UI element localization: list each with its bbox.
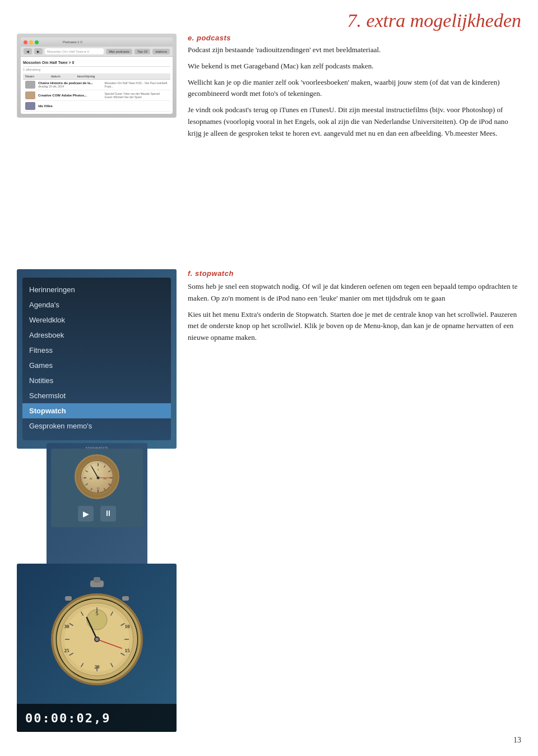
- mac-list-header: Naam datum beschrijving: [23, 73, 170, 80]
- stopwatch-time: 00:00:02,9: [25, 711, 110, 725]
- svg-text:20: 20: [90, 477, 93, 480]
- pause-button[interactable]: ⏸: [100, 506, 116, 522]
- ipod-menu-item-games: Games: [22, 358, 171, 373]
- section-label-name: podcasts: [197, 34, 231, 42]
- stopwatch-label-prefix: f.: [188, 269, 193, 278]
- stopwatch-text-content: f. stopwatch Soms heb je snel een stopwa…: [188, 269, 521, 348]
- podcast-paragraph3: Wellicht kan je op die manier zelf ook '…: [188, 77, 521, 100]
- svg-point-15: [97, 477, 100, 480]
- ipod-menu-item-herinneringen: Herinneringen: [22, 282, 171, 297]
- ipod-menu-item-schermslot: Schermslot: [22, 388, 171, 403]
- clock-inner: 5 10 15 20: [80, 460, 114, 494]
- mac-window-title: Podcasts 1 C: [63, 40, 83, 44]
- ipod-player-image: stopwatch: [47, 443, 147, 566]
- svg-line-9: [85, 484, 87, 486]
- mac-menu-btn1[interactable]: Mijn podcasts: [106, 49, 132, 54]
- section-stopwatch: Herinneringen Agenda's Wereldklok Adresb…: [17, 269, 521, 732]
- mac-minimize-dot: [29, 40, 33, 44]
- player-controls: ▶ ⏸: [78, 506, 116, 522]
- mac-toolbar: ◀ ▶ Mosselen Om Half Twee ▸ 0 Mijn podca…: [21, 47, 173, 57]
- col-header-detail: beschrijving: [77, 75, 95, 78]
- podcast-item-info-2: Creative COW Adobe Photos...: [38, 94, 102, 97]
- svg-line-5: [108, 484, 110, 486]
- mac-list-item: Chaine Histoire du podcast de la... dins…: [23, 80, 170, 90]
- ipod-menu-item-adresboek: Adresboek: [22, 328, 171, 343]
- ipod-menu-item-stopwatch: Stopwatch: [22, 403, 171, 418]
- ipod-menu-item-fitness: Fitness: [22, 343, 171, 358]
- svg-text:10: 10: [124, 624, 130, 629]
- svg-point-51: [95, 638, 99, 641]
- podcast-thumb-2: [25, 91, 35, 99]
- svg-line-6: [104, 488, 106, 490]
- stopwatch-images: Herinneringen Agenda's Wereldklok Adresb…: [17, 269, 177, 732]
- svg-text:15: 15: [97, 487, 100, 490]
- page-number: 13: [513, 736, 521, 745]
- mac-menu-btn2[interactable]: Top-10: [134, 49, 150, 54]
- ipod-menu-item-agendas: Agenda's: [22, 297, 171, 312]
- svg-line-8: [91, 488, 92, 490]
- podcast-screenshot: Podcasts 1 C ◀ ▶ Mosselen Om Half Twee ▸…: [17, 34, 177, 118]
- svg-rect-21: [94, 577, 100, 583]
- podcast-paragraph1: Podcast zijn bestaande 'radiouitzendinge…: [188, 44, 521, 56]
- stopwatch-svg: 5 10 15 20 25 30: [41, 575, 153, 687]
- mac-titlebar: Podcasts 1 C: [21, 38, 173, 47]
- mac-address-bar: Mosselen Om Half Twee ▸ 0: [45, 48, 104, 54]
- podcast-item-title-3: Ida Villes: [38, 104, 168, 108]
- ipod-screen: Herinneringen Agenda's Wereldklok Adresb…: [22, 278, 171, 440]
- svg-line-3: [108, 471, 110, 472]
- podcast-item-desc-1: Mosselen Om Half Twee #131 - Van Paul ov…: [105, 81, 169, 88]
- play-button[interactable]: ▶: [78, 506, 94, 522]
- mac-content: Mosselen Om Half Twee > 0 1 aflevering N…: [21, 57, 173, 114]
- ipod-menu-image: Herinneringen Agenda's Wereldklok Adresb…: [17, 269, 177, 449]
- section-label-prefix: e.: [188, 34, 194, 42]
- mac-maximize-dot: [35, 40, 39, 44]
- mac-close-dot: [24, 40, 27, 44]
- ipod-player-screen: 5 10 15 20 ▶ ⏸: [51, 449, 143, 527]
- stopwatch-svg-container: 5 10 15 20 25 30: [17, 564, 177, 698]
- col-header-name: Naam: [25, 75, 34, 78]
- podcast-item-desc-2: Special Guest: Yoke van der Maaste Speci…: [105, 92, 169, 99]
- stopwatch-paragraph1: Soms heb je snel een stopwatch nodig. Of…: [188, 281, 521, 305]
- svg-text:25: 25: [64, 648, 69, 653]
- podcast-item-title-2: Creative COW Adobe Photos...: [38, 94, 102, 97]
- svg-text:15: 15: [124, 648, 130, 653]
- svg-text:5: 5: [98, 468, 99, 471]
- stopwatch-section-label: f. stopwatch: [188, 269, 521, 278]
- mac-menu-btn3[interactable]: stations: [152, 49, 170, 54]
- mac-window: Podcasts 1 C ◀ ▶ Mosselen Om Half Twee ▸…: [21, 38, 173, 114]
- podcast-paragraph4: Je vindt ook podcast's terug op iTunes e…: [188, 104, 521, 139]
- ipod-menu-item-wereldklok: Wereldklok: [22, 312, 171, 328]
- section-podcasts: Podcasts 1 C ◀ ▶ Mosselen Om Half Twee ▸…: [17, 34, 521, 144]
- clock-ticks: 5 10 15 20: [81, 461, 115, 495]
- stopwatch-label-name: stopwatch: [195, 269, 234, 278]
- podcast-item-date-1: dinsdag 15 okt, 2014: [38, 85, 102, 88]
- mac-back-btn[interactable]: ◀: [24, 48, 32, 54]
- svg-rect-23: [65, 596, 72, 601]
- podcast-thumb-3: [25, 102, 35, 110]
- ipod-menu-item-gesproken: Gesproken memo's: [22, 418, 171, 434]
- svg-line-11: [85, 471, 87, 472]
- svg-text:5: 5: [95, 611, 98, 616]
- stopwatch-layout: Herinneringen Agenda's Wereldklok Adresb…: [17, 269, 521, 732]
- svg-text:20: 20: [94, 664, 100, 670]
- stopwatch-physical-image: 5 10 15 20 25 30 00:00:02,: [17, 564, 177, 732]
- mac-list-item-2: Creative COW Adobe Photos... Special Gue…: [23, 90, 170, 101]
- podcast-text: e. podcasts Podcast zijn bestaande 'radi…: [188, 34, 521, 144]
- page-title: 7. extra mogelijkheden: [347, 10, 521, 31]
- podcast-section-label: e. podcasts: [188, 34, 521, 42]
- svg-line-2: [104, 465, 106, 467]
- podcast-subtitle: 1 aflevering: [23, 67, 170, 73]
- podcast-item-info-1: Chaine Histoire du podcast de la... dins…: [38, 81, 102, 88]
- mac-list-item-3: Ida Villes: [23, 101, 170, 112]
- podcast-item-info-3: Ida Villes: [38, 104, 168, 108]
- stopwatch-paragraph2: Kies uit het menu Extra's onderin de Sto…: [188, 309, 521, 344]
- podcast-paragraph2: Wie bekend is met Garageband (Mac) kan z…: [188, 61, 521, 72]
- podcast-layout: Podcasts 1 C ◀ ▶ Mosselen Om Half Twee ▸…: [17, 34, 521, 144]
- svg-rect-22: [122, 596, 129, 601]
- stopwatch-display-bar: 00:00:02,9: [17, 704, 177, 732]
- svg-text:30: 30: [64, 624, 69, 629]
- mac-forward-btn[interactable]: ▶: [34, 48, 43, 54]
- podcast-main-title: Mosselen Om Half Twee > 0: [23, 59, 170, 67]
- col-header-date: datum: [51, 75, 61, 78]
- ipod-menu-item-notities: Notities: [22, 373, 171, 388]
